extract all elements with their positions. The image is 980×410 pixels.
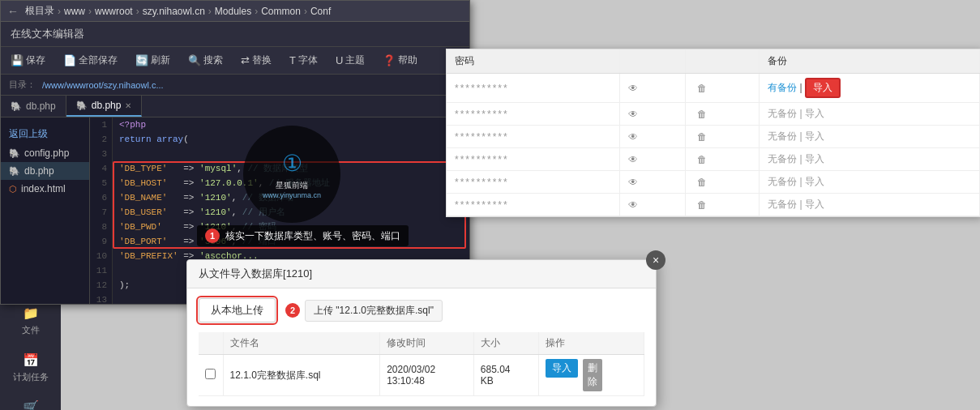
db-eye-6[interactable]: 👁 bbox=[620, 194, 686, 216]
db-del-2[interactable]: 🗑 bbox=[686, 103, 760, 126]
db-pwd-6: ********** bbox=[447, 194, 620, 216]
editor-tabs: 🐘 db.php 🐘 db.php ✕ bbox=[1, 96, 469, 117]
breadcrumb-common[interactable]: Common bbox=[261, 6, 301, 17]
db-row-2: ********** 👁 🗑 无备份 | 导入 bbox=[447, 103, 980, 126]
replace-icon: ⇄ bbox=[241, 54, 250, 66]
html-icon-index: ⬡ bbox=[9, 184, 17, 194]
db-row-5: ********** 👁 🗑 无备份 | 导入 bbox=[447, 171, 980, 194]
file-del-btn[interactable]: 删 除 bbox=[583, 359, 602, 391]
breadcrumb-www[interactable]: www bbox=[64, 6, 85, 17]
replace-button[interactable]: ⇄ 替换 bbox=[238, 52, 275, 69]
theme-icon: U bbox=[336, 54, 343, 66]
search-button[interactable]: 🔍 搜索 bbox=[185, 52, 226, 69]
dialog-header: 从文件导入数据库[1210] bbox=[187, 260, 656, 288]
file-modified-1: 2020/03/02 13:10:48 bbox=[380, 355, 474, 396]
col-pwd: 密码 bbox=[447, 49, 620, 74]
save-icon: 💾 bbox=[11, 54, 24, 66]
file-actions-1: 导入 删 除 bbox=[539, 355, 644, 396]
db-backup-4: 无备份 | 导入 bbox=[760, 148, 980, 171]
db-eye-2[interactable]: 👁 bbox=[620, 103, 686, 126]
step1-badge: 1 bbox=[205, 228, 220, 243]
folder-icon: 📁 bbox=[23, 305, 39, 321]
watermark: ① 星狐前端 www.yinyunma.cn bbox=[243, 126, 340, 223]
dialog-close-btn[interactable]: × bbox=[646, 250, 665, 270]
refresh-button[interactable]: 🔄 刷新 bbox=[132, 52, 173, 69]
watermark-logo: ① bbox=[282, 150, 302, 177]
tree-item-index[interactable]: ⬡ index.html bbox=[1, 180, 89, 198]
db-backup-1: 有备份 | 导入 bbox=[760, 74, 980, 103]
save-all-icon: 📄 bbox=[63, 54, 76, 66]
font-button[interactable]: T 字体 bbox=[286, 52, 321, 69]
db-eye-4[interactable]: 👁 bbox=[620, 148, 686, 171]
step2-badge: 2 bbox=[285, 303, 300, 318]
tab-dbphp-2[interactable]: 🐘 db.php ✕ bbox=[66, 96, 143, 117]
import-btn-1[interactable]: 导入 bbox=[805, 78, 841, 98]
col-size: 大小 bbox=[473, 332, 539, 355]
db-table: 密码 备份 ********** 👁 🗑 有备份 | 导入 **********… bbox=[447, 49, 980, 216]
dialog-body: 从本地上传 2 上传 "12.1.0完整数据库.sql" 文件名 修改时间 大小… bbox=[187, 288, 656, 406]
editor-title: 在线文本编辑器 bbox=[1, 22, 469, 47]
help-button[interactable]: ❓ 帮助 bbox=[379, 52, 421, 69]
db-backup-5: 无备份 | 导入 bbox=[760, 171, 980, 194]
file-checkbox-1[interactable] bbox=[199, 355, 223, 396]
file-list-table: 文件名 修改时间 大小 操作 12.1.0完整数据库.sql 2020/03/0… bbox=[199, 332, 644, 396]
db-eye-3[interactable]: 👁 bbox=[620, 126, 686, 148]
refresh-icon: 🔄 bbox=[135, 54, 148, 66]
dialog-db-name: 1210 bbox=[286, 267, 310, 280]
db-row-4: ********** 👁 🗑 无备份 | 导入 bbox=[447, 148, 980, 171]
col-del bbox=[686, 49, 760, 74]
tree-item-config[interactable]: 🐘 config.php bbox=[1, 144, 89, 162]
dialog-title-prefix: 从文件导入数据库 bbox=[199, 267, 283, 280]
save-all-button[interactable]: 📄 全部保存 bbox=[60, 52, 121, 69]
db-del-6[interactable]: 🗑 bbox=[686, 194, 760, 216]
db-row-3: ********** 👁 🗑 无备份 | 导入 bbox=[447, 126, 980, 148]
db-del-5[interactable]: 🗑 bbox=[686, 171, 760, 194]
breadcrumb-conf[interactable]: Conf bbox=[310, 6, 331, 17]
sidebar-item-tasks[interactable]: 📅 计划任务 bbox=[13, 352, 49, 383]
php-icon-db: 🐘 bbox=[9, 166, 20, 177]
tab-close-btn[interactable]: ✕ bbox=[125, 101, 131, 110]
sidebar-item-files[interactable]: 📁 文件 bbox=[22, 305, 40, 336]
tree-item-db[interactable]: 🐘 db.php bbox=[1, 162, 89, 180]
col-modified: 修改时间 bbox=[380, 332, 474, 355]
step1-annotation: 1 核实一下数据库类型、账号、密码、端口 bbox=[197, 225, 409, 246]
db-backup-3: 无备份 | 导入 bbox=[760, 126, 980, 148]
dir-value: /www/wwwroot/szy.nihaowl.c... bbox=[42, 80, 164, 90]
db-row-6: ********** 👁 🗑 无备份 | 导入 bbox=[447, 194, 980, 216]
db-manager-panel: 密码 备份 ********** 👁 🗑 有备份 | 导入 **********… bbox=[446, 49, 980, 217]
db-del-4[interactable]: 🗑 bbox=[686, 148, 760, 171]
db-pwd-4: ********** bbox=[447, 148, 620, 171]
db-del-3[interactable]: 🗑 bbox=[686, 126, 760, 148]
file-row-1: 12.1.0完整数据库.sql 2020/03/02 13:10:48 685.… bbox=[199, 355, 644, 396]
col-checkbox bbox=[199, 332, 223, 355]
upload-local-btn[interactable]: 从本地上传 bbox=[199, 298, 276, 322]
col-action: 操作 bbox=[539, 332, 644, 355]
file-import-btn[interactable]: 导入 bbox=[546, 359, 578, 378]
breadcrumb-back-btn[interactable]: ← bbox=[7, 5, 19, 18]
watermark-url: www.yinyunma.cn bbox=[263, 191, 321, 199]
editor-toolbar: 💾 保存 📄 全部保存 🔄 刷新 🔍 搜索 ⇄ 替换 T 字体 U 主题 ❓ bbox=[1, 47, 469, 75]
search-icon: 🔍 bbox=[188, 54, 201, 66]
db-del-1[interactable]: 🗑 bbox=[686, 74, 760, 103]
file-check-input[interactable] bbox=[205, 369, 216, 379]
dir-label: 目录： bbox=[9, 79, 36, 91]
breadcrumb-wwwroot[interactable]: wwwroot bbox=[95, 6, 133, 17]
save-button[interactable]: 💾 保存 bbox=[7, 52, 49, 69]
upload-description: 上传 "12.1.0完整数据库.sql" bbox=[305, 300, 443, 322]
theme-button[interactable]: U 主题 bbox=[332, 52, 368, 69]
breadcrumb-root[interactable]: 根目录 bbox=[25, 4, 54, 18]
col-filename: 文件名 bbox=[223, 332, 380, 355]
breadcrumb: ← 根目录 › www › wwwroot › szy.nihaowl.cn ›… bbox=[1, 1, 469, 22]
tab-dbphp-1[interactable]: 🐘 db.php bbox=[1, 96, 66, 117]
breadcrumb-modules[interactable]: Modules bbox=[215, 6, 251, 17]
sidebar-item-store[interactable]: 🛒 软件商店 bbox=[13, 399, 49, 410]
breadcrumb-domain[interactable]: szy.nihaowl.cn bbox=[143, 6, 205, 17]
db-eye-1[interactable]: 👁 bbox=[620, 74, 686, 103]
step1-text: 核实一下数据库类型、账号、密码、端口 bbox=[225, 230, 400, 241]
calendar-icon: 📅 bbox=[23, 352, 39, 368]
tree-back-btn[interactable]: 返回上级 bbox=[1, 124, 89, 144]
db-eye-5[interactable]: 👁 bbox=[620, 171, 686, 194]
col-backup: 备份 bbox=[760, 49, 980, 74]
file-size-1: 685.04 KB bbox=[473, 355, 539, 396]
db-backup-6: 无备份 | 导入 bbox=[760, 194, 980, 216]
